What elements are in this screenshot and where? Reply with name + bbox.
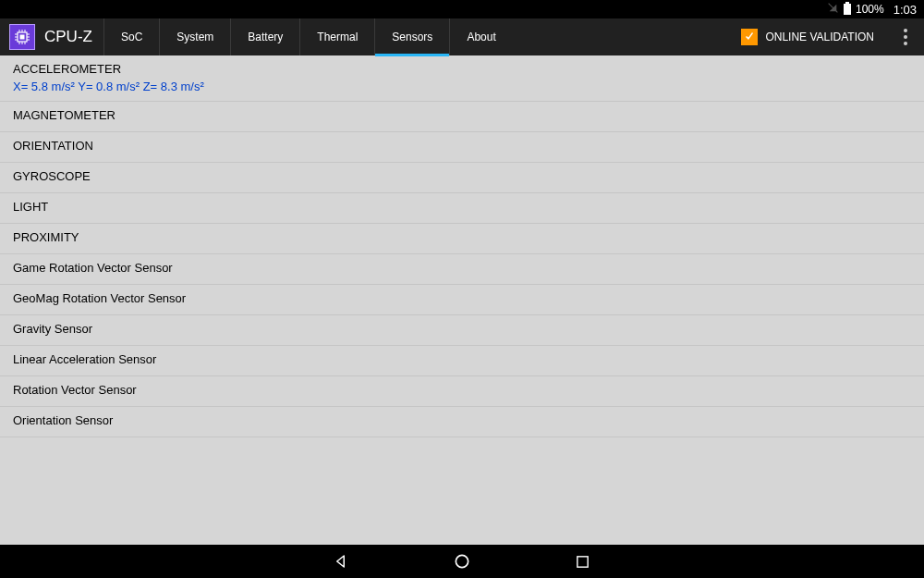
sensor-row[interactable]: GYROSCOPE [0, 163, 924, 193]
sensor-row[interactable]: Gravity Sensor [0, 315, 924, 346]
sensor-name: Rotation Vector Sensor [13, 383, 911, 399]
sensor-name: Linear Acceleration Sensor [13, 352, 911, 368]
sensor-row[interactable]: PROXIMITY [0, 224, 924, 254]
sensor-name: Gravity Sensor [13, 322, 911, 338]
sensor-values: X= 5.8 m/s² Y= 0.8 m/s² Z= 8.3 m/s² [13, 80, 911, 93]
sensor-name: PROXIMITY [13, 230, 911, 246]
sensor-row[interactable]: Orientation Sensor [0, 407, 924, 437]
sensor-name: GYROSCOPE [13, 169, 911, 185]
sensor-name: LIGHT [13, 200, 911, 215]
sensor-row[interactable]: MAGNETOMETER [0, 102, 924, 132]
sensor-row[interactable]: ORIENTATION [0, 132, 924, 163]
sensor-name: Game Rotation Vector Sensor [13, 261, 911, 277]
validation-icon [741, 29, 758, 45]
sensor-name: MAGNETOMETER [13, 108, 911, 124]
svg-rect-1 [845, 2, 849, 4]
online-validation-button[interactable]: ONLINE VALIDATION [728, 18, 887, 55]
tab-system[interactable]: System [159, 18, 230, 55]
sensor-row[interactable]: LIGHT [0, 193, 924, 224]
sensor-row[interactable]: ACCELEROMETERX= 5.8 m/s² Y= 0.8 m/s² Z= … [0, 55, 924, 102]
svg-rect-0 [844, 4, 851, 15]
tab-bar: SoC System Battery Thermal Sensors About [103, 18, 513, 55]
sensor-name: ACCELEROMETER [13, 62, 911, 78]
svg-point-16 [456, 555, 468, 567]
battery-icon [843, 2, 852, 18]
tab-sensors[interactable]: Sensors [374, 18, 449, 55]
sensor-row[interactable]: Game Rotation Vector Sensor [0, 254, 924, 285]
sensor-list: ACCELEROMETERX= 5.8 m/s² Y= 0.8 m/s² Z= … [0, 55, 924, 562]
tab-soc[interactable]: SoC [103, 18, 159, 55]
sensor-name: ORIENTATION [13, 139, 911, 154]
app-bar: CPU-Z SoC System Battery Thermal Sensors… [0, 18, 924, 55]
svg-rect-3 [20, 35, 25, 40]
battery-percent: 100% [856, 3, 884, 16]
tab-about[interactable]: About [449, 18, 512, 55]
no-sim-icon [827, 2, 839, 17]
nav-recents-button[interactable] [573, 552, 591, 571]
sensor-row[interactable]: Rotation Vector Sensor [0, 376, 924, 407]
sensor-name: Orientation Sensor [13, 413, 911, 429]
app-title: CPU-Z [44, 28, 92, 46]
sensor-name: GeoMag Rotation Vector Sensor [13, 291, 911, 307]
svg-rect-17 [577, 556, 587, 566]
tab-thermal[interactable]: Thermal [299, 18, 374, 55]
clock: 1:03 [894, 3, 917, 17]
more-vert-icon [904, 29, 907, 45]
nav-home-button[interactable] [453, 552, 471, 571]
status-bar: 100% 1:03 [0, 0, 924, 18]
tab-battery[interactable]: Battery [230, 18, 299, 55]
navigation-bar [0, 545, 924, 578]
sensor-row[interactable]: GeoMag Rotation Vector Sensor [0, 285, 924, 315]
overflow-menu-button[interactable] [887, 18, 924, 55]
validation-label: ONLINE VALIDATION [765, 31, 874, 43]
nav-back-button[interactable] [333, 552, 351, 571]
sensor-row[interactable]: Linear Acceleration Sensor [0, 346, 924, 376]
app-logo-icon [9, 24, 35, 50]
